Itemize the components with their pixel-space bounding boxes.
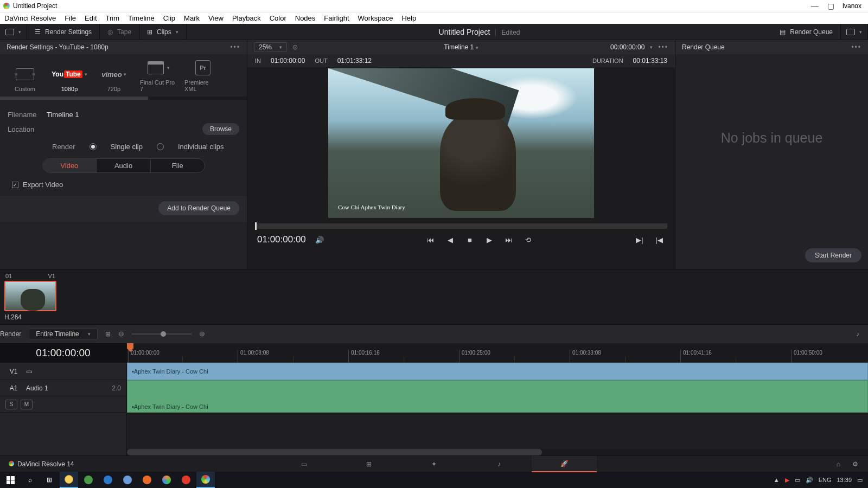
clips-button[interactable]: ⊞Clips▾ bbox=[139, 24, 187, 40]
playhead-timecode[interactable]: 01:00:00:00 bbox=[257, 234, 306, 245]
page-edit[interactable]: ⊞ bbox=[336, 456, 401, 472]
tape-button[interactable]: ◎Tape bbox=[100, 24, 139, 40]
tray-icon[interactable]: ▭ bbox=[795, 477, 800, 484]
home-icon[interactable]: ⌂ bbox=[837, 460, 840, 468]
tab-audio[interactable]: Audio bbox=[96, 159, 150, 172]
menu-help[interactable]: Help bbox=[401, 14, 416, 22]
toolbar-dropdown[interactable]: ▾ bbox=[0, 24, 27, 40]
jump-next-button[interactable]: ▶| bbox=[634, 236, 646, 244]
maximize-button[interactable]: ▢ bbox=[823, 2, 839, 10]
render-settings-button[interactable]: ☰Render Settings bbox=[27, 24, 100, 40]
menu-workspace[interactable]: Workspace bbox=[358, 14, 393, 22]
next-frame-button[interactable]: ⏭ bbox=[503, 236, 515, 244]
menu-nodes[interactable]: Nodes bbox=[295, 14, 316, 22]
tray-icon[interactable]: ▲ bbox=[774, 477, 780, 483]
fit-icon[interactable]: ⊙ bbox=[292, 43, 298, 51]
menu-mark[interactable]: Mark bbox=[184, 14, 200, 22]
timeline-tracks[interactable]: 01:00:00:00 01:00:08:08 01:00:16:16 01:0… bbox=[127, 343, 868, 455]
preset-youtube[interactable]: YouTube▾1080p bbox=[51, 66, 88, 92]
first-frame-button[interactable]: ⏮ bbox=[425, 236, 437, 244]
tray-notifications-icon[interactable]: ▭ bbox=[857, 477, 863, 484]
page-deliver[interactable]: 🚀 bbox=[532, 456, 597, 472]
preset-vimeo[interactable]: vimeo▾720p bbox=[95, 66, 132, 92]
viewer-timecode[interactable]: 00:00:00:00 bbox=[610, 43, 644, 51]
tab-video[interactable]: Video bbox=[43, 159, 97, 172]
preset-scrollbar[interactable] bbox=[0, 97, 247, 100]
menu-color[interactable]: Color bbox=[270, 14, 286, 22]
video-preview[interactable]: Cow Chi Aphex Twin Diary bbox=[328, 68, 594, 218]
minimize-button[interactable]: — bbox=[807, 2, 823, 10]
taskbar-app-1[interactable] bbox=[79, 472, 98, 488]
audio-clip[interactable]: • Aphex Twin Diary - Cow Chi bbox=[127, 380, 868, 413]
taskbar-resolve[interactable] bbox=[196, 472, 215, 488]
prev-frame-button[interactable]: ◀ bbox=[444, 236, 456, 244]
track-header-v1[interactable]: V1▭ bbox=[0, 363, 126, 380]
zoom-in-button[interactable]: ⊕ bbox=[199, 330, 205, 338]
taskbar-firefox[interactable] bbox=[138, 472, 156, 488]
in-timecode[interactable]: 01:00:00:00 bbox=[271, 57, 305, 65]
timeline-selector[interactable]: Timeline 1 ▾ bbox=[444, 43, 478, 51]
browse-button[interactable]: Browse bbox=[202, 123, 239, 135]
thumbnails-icon[interactable]: ⊞ bbox=[105, 330, 111, 338]
zoom-slider[interactable] bbox=[132, 333, 192, 335]
start-button[interactable] bbox=[1, 472, 20, 488]
menu-app[interactable]: DaVinci Resolve bbox=[4, 14, 56, 22]
audio-icon[interactable]: ♪ bbox=[856, 330, 859, 338]
preset-fcp[interactable]: ▾Final Cut Pro 7 bbox=[140, 60, 177, 92]
clip-thumbnail[interactable]: 01V1 H.264 bbox=[4, 273, 56, 321]
more-icon[interactable]: ••• bbox=[851, 43, 861, 51]
scrub-bar[interactable] bbox=[255, 223, 667, 229]
play-button[interactable]: ▶ bbox=[483, 236, 495, 244]
preset-premiere[interactable]: PrPremiere XML bbox=[184, 60, 221, 92]
menu-view[interactable]: View bbox=[208, 14, 224, 22]
jump-prev-button[interactable]: |◀ bbox=[653, 236, 665, 244]
track-header-a1[interactable]: A1Audio 12.0 bbox=[0, 380, 126, 396]
page-color[interactable]: ✦ bbox=[401, 456, 467, 472]
video-clip[interactable]: • Aphex Twin Diary - Cow Chi bbox=[127, 363, 868, 380]
gear-icon[interactable]: ⚙ bbox=[852, 460, 858, 468]
start-render-button[interactable]: Start Render bbox=[805, 248, 861, 262]
tray-volume-icon[interactable]: 🔊 bbox=[806, 477, 813, 484]
out-timecode[interactable]: 01:01:33:12 bbox=[337, 57, 372, 65]
preset-custom[interactable]: Custom bbox=[7, 66, 43, 92]
zoom-dropdown[interactable]: 25%▾ bbox=[254, 42, 287, 52]
tray-clock[interactable]: 13:39 bbox=[837, 477, 852, 483]
volume-icon[interactable]: 🔊 bbox=[314, 236, 326, 244]
render-scope-dropdown[interactable]: Entire Timeline▾ bbox=[29, 328, 97, 340]
taskbar-explorer[interactable] bbox=[60, 472, 78, 488]
timeline-ruler[interactable]: 01:00:00:00 01:00:08:08 01:00:16:16 01:0… bbox=[127, 343, 868, 363]
page-media[interactable]: ▭ bbox=[271, 456, 336, 472]
taskbar-app-2[interactable] bbox=[118, 472, 137, 488]
loop-button[interactable]: ⟲ bbox=[522, 236, 534, 244]
add-to-queue-button[interactable]: Add to Render Queue bbox=[158, 201, 239, 215]
tab-file[interactable]: File bbox=[150, 159, 205, 172]
stop-button[interactable]: ■ bbox=[464, 236, 476, 244]
page-fairlight[interactable]: ♪ bbox=[467, 456, 532, 472]
taskbar-chrome[interactable] bbox=[157, 472, 176, 488]
filename-field[interactable]: Timeline 1 bbox=[47, 111, 79, 119]
solo-button[interactable]: S bbox=[5, 400, 17, 409]
mute-button[interactable]: M bbox=[21, 400, 33, 409]
render-queue-button[interactable]: ▤Render Queue bbox=[772, 24, 841, 40]
toolbar-dropdown-right[interactable]: ▾ bbox=[841, 24, 868, 40]
menu-clip[interactable]: Clip bbox=[163, 14, 175, 22]
taskbar-edge[interactable] bbox=[99, 472, 117, 488]
timeline-timecode[interactable]: 01:00:00:00 bbox=[0, 343, 126, 363]
menu-trim[interactable]: Trim bbox=[106, 14, 120, 22]
menu-playback[interactable]: Playback bbox=[232, 14, 261, 22]
more-icon[interactable]: ••• bbox=[230, 43, 240, 51]
export-video-checkbox[interactable]: ✓ bbox=[12, 182, 18, 188]
radio-individual-clips[interactable] bbox=[157, 143, 164, 150]
menu-file[interactable]: File bbox=[65, 14, 76, 22]
tray-icon[interactable]: ▶ bbox=[785, 477, 789, 484]
tray-language[interactable]: ENG bbox=[819, 477, 832, 483]
zoom-out-button[interactable]: ⊖ bbox=[118, 330, 124, 338]
search-icon[interactable]: ⌕ bbox=[21, 472, 39, 488]
task-view-icon[interactable]: ⊞ bbox=[40, 472, 59, 488]
menu-fairlight[interactable]: Fairlight bbox=[324, 14, 349, 22]
more-icon[interactable]: ••• bbox=[658, 43, 668, 51]
radio-single-clip[interactable] bbox=[90, 143, 97, 150]
menu-timeline[interactable]: Timeline bbox=[128, 14, 155, 22]
menu-edit[interactable]: Edit bbox=[85, 14, 97, 22]
timeline-scrollbar[interactable] bbox=[127, 449, 868, 455]
